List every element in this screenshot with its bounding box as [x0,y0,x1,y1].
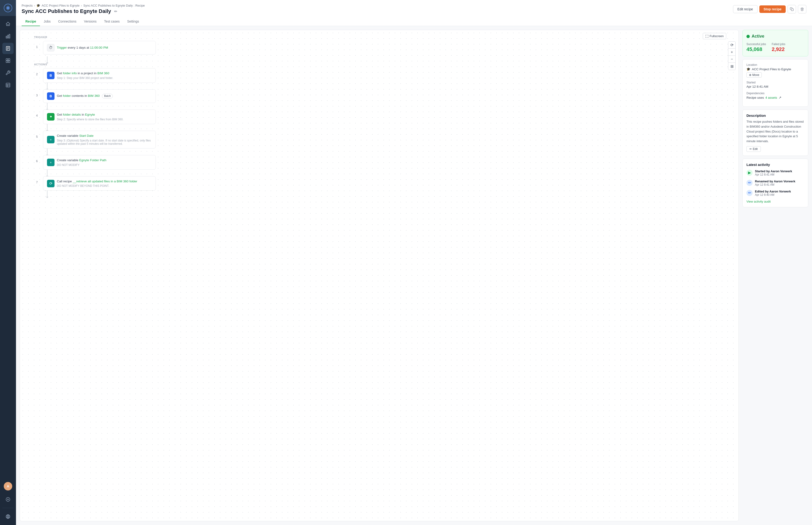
svg-rect-11 [6,61,8,62]
breadcrumb-project[interactable]: ACC Project Files to Egnyte [42,4,79,7]
header-left: Projects › 🎓 ACC Project Files to Egnyte… [21,4,145,14]
step-card-5[interactable]: ≡ Create variable Start Date Step 3: (Op… [43,131,156,149]
tab-connections[interactable]: Connections [55,17,80,26]
sidebar-item-add[interactable] [2,494,14,505]
trigger-section: TRIGGER 1 ⏱ Trigger every 1 days at 11:0… [34,36,738,55]
successful-jobs-value: 45,068 [747,46,766,52]
zoom-in-button[interactable]: + [729,49,735,56]
status-dot [747,35,750,38]
step-number-7: 7 [34,180,40,185]
activity-icon-rename: ✏ [747,180,753,186]
fullscreen-button[interactable]: Fullscreen [703,33,726,39]
location-icon: 🎓 [747,67,750,71]
sidebar-item-recipes[interactable] [2,43,14,54]
step-header-5: ≡ Create variable Start Date Step 3: (Op… [47,134,152,146]
step-card-4[interactable]: ✦ Get folder details in Egnyte Step 2: S… [43,109,156,124]
tab-test-cases[interactable]: Test cases [100,17,123,26]
header-top: Projects › 🎓 ACC Project Files to Egnyte… [21,0,806,17]
move-button[interactable]: ⊕ Move [747,72,762,77]
step4-link1[interactable]: folder details [63,113,81,116]
recipe-canvas-inner[interactable]: Fullscreen ⟳ + − ⊞ TRIGGER 1 [20,30,738,521]
step-card-3[interactable]: B Get folder contents in BIM 360 Batch [43,89,156,103]
step6-link1[interactable]: Egnyte Folder Path [79,159,106,162]
table-row: 2 B Get folder info in a project in BIM … [34,68,738,83]
page-title-row: Sync ACC Publishes to Egnyte Daily ✏ [21,8,145,14]
successful-jobs-label: Successful jobs [747,43,766,46]
sidebar-item-analytics[interactable] [2,31,14,42]
copy-button[interactable] [787,5,796,13]
zoom-out-button[interactable]: − [729,56,735,63]
activity-audit-link[interactable]: View activity audit [747,200,804,203]
svg-point-1 [7,7,9,9]
sidebar-item-dashboard[interactable] [2,55,14,66]
avatar: A [4,482,12,491]
connector-3 [47,124,47,131]
tab-jobs[interactable]: Jobs [40,17,55,26]
table-row: 7 ⟳ Call recipe __retrieve all updated f… [34,176,738,191]
breadcrumb-sep-1: › [34,4,35,7]
actions-section: ACTIONS 2 B Get folder info in a project… [34,63,738,197]
dependencies-value: Recipe uses 4 assets ↗ [747,96,804,100]
list-item: ▶ Started by Aaron Vorwerk Apr 12 8:41 A… [747,169,804,176]
step4-link2[interactable]: Egnyte [85,113,95,116]
step3-link2[interactable]: BIM 360 [88,94,99,97]
sidebar-item-world[interactable] [2,511,14,522]
move-icon: ⊕ [749,73,751,77]
svg-rect-10 [8,59,10,60]
activity-time-3: Apr 12 8:40 AM [755,193,791,196]
table-row: 1 ⏱ Trigger every 1 days at 11:00:00 PM [34,41,738,55]
location-text: ACC Project Files to Egnyte [752,68,791,71]
step-number-4: 4 [34,113,40,118]
refresh-button[interactable]: ⟳ [729,42,735,49]
step-card-6[interactable]: ≡ Create variable Egnyte Folder Path DO … [43,155,156,170]
edit-recipe-button[interactable]: Edit recipe [733,5,757,13]
delete-button[interactable] [798,5,806,13]
sidebar-item-home[interactable] [2,18,14,30]
sidebar-item-user[interactable]: A [2,481,14,492]
description-edit-button[interactable]: ✏ Edit [747,146,761,152]
status-active: Active [747,34,804,39]
tab-versions[interactable]: Versions [80,17,100,26]
status-label: Active [752,34,764,39]
table-row: 5 ≡ Create variable Start Date Step 3: (… [34,131,738,149]
svg-rect-3 [7,35,9,38]
step7-link1[interactable]: __retrieve all updated files in a BIM 36… [73,180,137,183]
step-number-3: 3 [34,93,40,98]
activity-time-2: Apr 12 8:41 AM [755,183,795,186]
title-edit-icon[interactable]: ✏ [113,9,119,14]
breadcrumb-projects[interactable]: Projects [21,4,33,7]
trigger-icon: ⏱ [47,44,55,51]
step7-subtext: DO NOT MODIFY BEYOND THIS POINT. [57,184,137,188]
step-header-1: ⏱ Trigger every 1 days at 11:00:00 PM [47,44,152,51]
fit-button[interactable]: ⊞ [729,63,735,70]
description-title: Description [747,114,804,118]
step-icon-4: ✦ [47,113,55,121]
dependencies-link[interactable]: 4 assets [765,96,777,100]
trigger-time-link[interactable]: 11:00:00 PM [90,46,108,49]
activity-time-1: Apr 12 8:41 AM [755,173,792,176]
sidebar-item-tools[interactable] [2,67,14,78]
table-row: 3 B Get folder contents in BIM 360 Batch [34,89,738,103]
sidebar-item-connections[interactable] [2,79,14,91]
step-header-7: ⟳ Call recipe __retrieve all updated fil… [47,179,152,188]
tab-settings[interactable]: Settings [123,17,143,26]
started-label: Started [747,81,804,84]
step-card-2[interactable]: B Get folder info in a project in BIM 36… [43,68,156,83]
list-item: ✏ Edited by Aaron Vorwerk Apr 12 8:40 AM [747,190,804,196]
activity-name-3: Edited by Aaron Vorwerk [755,190,791,193]
step-card-1[interactable]: ⏱ Trigger every 1 days at 11:00:00 PM [43,41,156,55]
logo[interactable] [0,0,16,16]
step5-link1[interactable]: Start Date [79,134,93,137]
trigger-link[interactable]: Trigger [57,46,67,49]
step2-link2[interactable]: BIM 360 [97,72,109,75]
external-link-icon: ↗ [779,96,781,100]
tab-recipe[interactable]: Recipe [21,17,40,26]
step2-link1[interactable]: folder info [63,72,77,75]
stop-recipe-button[interactable]: Stop recipe [760,5,786,13]
step-number-2: 2 [34,72,40,77]
activity-icon-start: ▶ [747,170,753,176]
recipe-steps: TRIGGER 1 ⏱ Trigger every 1 days at 11:0… [20,30,738,203]
step-card-7[interactable]: ⟳ Call recipe __retrieve all updated fil… [43,176,156,191]
step3-link1[interactable]: folder [63,94,71,97]
failed-jobs-label: Failed jobs [771,43,785,46]
